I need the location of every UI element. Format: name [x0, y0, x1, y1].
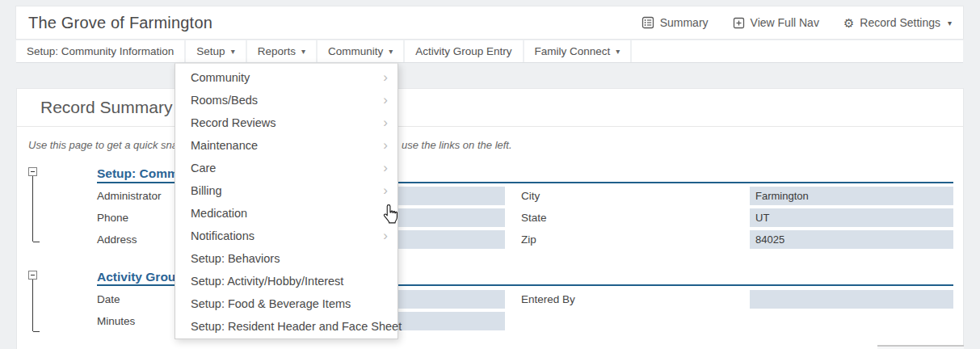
- menu-item-setup-resident-header-face-sheet[interactable]: Setup: Resident Header and Face Sheet: [175, 315, 397, 338]
- menu-item-record-reviews[interactable]: Record Reviews ›: [175, 111, 397, 134]
- field-label-address: Address: [97, 230, 137, 249]
- next-section-edge: [877, 345, 964, 349]
- caret-down-icon: ▾: [616, 40, 620, 62]
- app-window: The Grove of Farmington Summary Vi: [0, 0, 980, 349]
- chevron-right-icon: ›: [383, 179, 388, 202]
- tab-reports[interactable]: Reports ▾: [247, 40, 318, 62]
- chevron-right-icon: ›: [383, 134, 388, 157]
- page-description-left: Use this page to get a quick snapsh: [28, 139, 195, 151]
- field-value-city: Farmington: [750, 187, 953, 205]
- tab-community[interactable]: Community ▾: [318, 40, 405, 62]
- page-header: Record Summary: [17, 89, 963, 127]
- record-nav-bar: Setup: Community Information Setup ▾ Rep…: [16, 40, 963, 63]
- nav-filler: [632, 40, 963, 62]
- summary-label: Summary: [660, 16, 709, 29]
- setup-dropdown-menu: Community › Rooms/Beds › Record Reviews …: [175, 63, 398, 339]
- field-label-minutes: Minutes: [97, 312, 135, 330]
- field-value-state: UT: [750, 208, 953, 227]
- menu-item-community[interactable]: Community ›: [175, 66, 397, 89]
- tab-activity-group-entry[interactable]: Activity Group Entry: [405, 40, 524, 62]
- plus-square-icon: [733, 17, 745, 29]
- chevron-right-icon: ›: [383, 225, 388, 247]
- page-title: Record Summary: [17, 89, 963, 126]
- field-label-zip: Zip: [521, 230, 536, 249]
- field-label-date: Date: [97, 290, 120, 309]
- tree-line-foot: [33, 331, 40, 332]
- tree-line: [32, 280, 33, 331]
- menu-item-billing[interactable]: Billing ›: [175, 179, 397, 202]
- header-actions: Summary View Full Nav ⚙ Record Settings …: [641, 16, 963, 29]
- chevron-right-icon: ›: [383, 89, 388, 111]
- field-label-entered-by: Entered By: [521, 290, 575, 309]
- gear-icon: ⚙: [843, 17, 854, 29]
- menu-item-medication[interactable]: Medication: [175, 202, 397, 225]
- field-label-city: City: [521, 187, 540, 205]
- record-summary-card: Record Summary Use this page to get a qu…: [17, 89, 963, 349]
- chevron-right-icon: ›: [383, 157, 388, 179]
- menu-item-notifications[interactable]: Notifications ›: [175, 225, 397, 247]
- menu-item-setup-food-beverage-items[interactable]: Setup: Food & Beverage Items: [175, 292, 397, 315]
- view-full-nav-label: View Full Nav: [751, 16, 819, 29]
- tab-family-connect[interactable]: Family Connect ▾: [524, 40, 633, 62]
- summary-button[interactable]: Summary: [641, 16, 709, 29]
- page-description-right: use the links on the left.: [402, 139, 512, 151]
- menu-item-rooms-beds[interactable]: Rooms/Beds ›: [175, 89, 397, 111]
- tab-setup[interactable]: Setup ▾: [186, 40, 246, 62]
- caret-down-icon: ▾: [231, 40, 235, 62]
- record-settings-button[interactable]: ⚙ Record Settings ▾: [843, 16, 952, 29]
- tab-setup-community-information[interactable]: Setup: Community Information: [16, 40, 186, 62]
- collapse-toggle-community-information[interactable]: [28, 167, 37, 176]
- chevron-right-icon: ›: [383, 111, 388, 134]
- caret-down-icon: ▾: [389, 40, 393, 62]
- field-value-zip: 84025: [750, 230, 953, 249]
- collapse-toggle-activity-group-entry[interactable]: [28, 271, 37, 280]
- record-title: The Grove of Farmington: [16, 14, 212, 32]
- field-label-state: State: [521, 208, 547, 227]
- tree-line-foot: [33, 242, 40, 242]
- caret-down-icon: ▾: [948, 19, 952, 27]
- menu-item-setup-activity-hobby-interest[interactable]: Setup: Activity/Hobby/Interest: [175, 270, 397, 292]
- tree-line: [32, 176, 33, 242]
- chevron-right-icon: ›: [383, 66, 388, 89]
- menu-item-care[interactable]: Care ›: [175, 157, 397, 179]
- summary-list-icon: [641, 16, 654, 29]
- field-value-entered-by: [750, 290, 953, 309]
- header-bar: The Grove of Farmington Summary Vi: [16, 6, 963, 39]
- field-label-administrator: Administrator: [97, 187, 162, 205]
- menu-item-maintenance[interactable]: Maintenance ›: [175, 134, 397, 157]
- record-settings-label: Record Settings: [860, 16, 940, 29]
- view-full-nav-button[interactable]: View Full Nav: [733, 16, 819, 29]
- field-label-phone: Phone: [97, 208, 128, 227]
- menu-item-setup-behaviors[interactable]: Setup: Behaviors: [175, 247, 397, 270]
- caret-down-icon: ▾: [301, 40, 305, 62]
